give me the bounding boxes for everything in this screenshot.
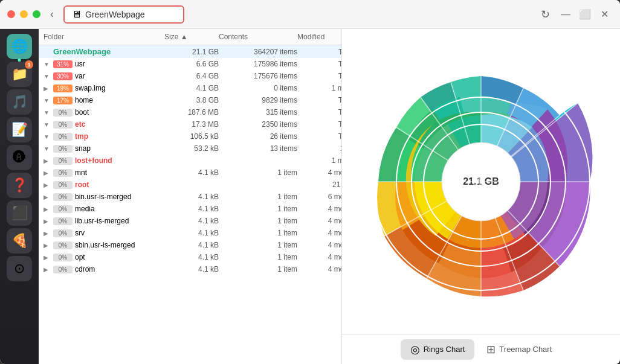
file-name: lost+found bbox=[75, 156, 112, 165]
table-row[interactable]: GreenWebpage21.1 GB364207 itemsToday bbox=[39, 45, 341, 58]
contents-cell: 1 item bbox=[219, 205, 297, 213]
file-header: Folder Size ▲ Contents Modified bbox=[39, 29, 341, 45]
expand-arrow[interactable]: ▶ bbox=[44, 218, 51, 225]
reload-button[interactable]: ↻ bbox=[538, 5, 552, 24]
expand-arrow[interactable]: ▼ bbox=[44, 109, 51, 116]
titlebar: ‹ 🖥 GreenWebpage ↻ — ⬜ ✕ bbox=[0, 0, 620, 29]
main-content: 🌐📁1🎵📝🅐❓⬛🍕⊙ Folder Size ▲ Contents Modifi… bbox=[0, 29, 620, 364]
size-cell: 4.1 kB bbox=[164, 193, 219, 201]
table-row[interactable]: ▶0%srv4.1 kB1 item4 months bbox=[39, 227, 341, 239]
percent-badge: 0% bbox=[53, 121, 73, 129]
win-minimize-button[interactable]: — bbox=[557, 6, 574, 23]
sidebar: 🌐📁1🎵📝🅐❓⬛🍕⊙ bbox=[0, 29, 39, 364]
win-close-button[interactable]: ✕ bbox=[596, 6, 613, 23]
expand-arrow[interactable]: ▶ bbox=[44, 254, 51, 261]
pie-icon[interactable]: 🍕 bbox=[7, 228, 32, 254]
table-row[interactable]: ▼0%etc17.3 MB2350 itemsToday bbox=[39, 118, 341, 130]
expand-arrow[interactable]: ▼ bbox=[44, 97, 51, 104]
contents-cell: 315 items bbox=[219, 108, 297, 117]
expand-arrow[interactable]: ▶ bbox=[44, 242, 51, 249]
expand-arrow[interactable]: ▼ bbox=[44, 121, 51, 128]
modified-cell: 4 months bbox=[297, 168, 341, 177]
size-cell: 3.8 GB bbox=[164, 96, 219, 104]
table-row[interactable]: ▼0%boot187.6 MB315 itemsToday bbox=[39, 106, 341, 118]
close-button[interactable] bbox=[7, 10, 15, 18]
percent-badge: 17% bbox=[53, 97, 73, 104]
win-maximize-button[interactable]: ⬜ bbox=[576, 6, 593, 23]
percent-badge: 0% bbox=[53, 266, 73, 273]
table-row[interactable]: ▶0%lost+found1 month bbox=[39, 155, 341, 167]
table-row[interactable]: ▶0%sbin.usr-is-merged4.1 kB1 item4 month… bbox=[39, 239, 341, 251]
file-name: cdrom bbox=[75, 265, 95, 273]
expand-arrow[interactable]: ▶ bbox=[44, 170, 51, 176]
modified-cell: 1 month bbox=[297, 156, 341, 165]
file-name: lib.usr-is-merged bbox=[75, 217, 129, 225]
modified-cell: 6 months bbox=[297, 193, 341, 201]
writer-icon[interactable]: 📝 bbox=[7, 117, 32, 142]
expand-arrow[interactable]: ▶ bbox=[44, 182, 51, 188]
table-row[interactable]: ▶19%swap.img4.1 GB0 items1 month bbox=[39, 82, 341, 94]
contents-cell: 13 items bbox=[219, 144, 297, 153]
folder-icon[interactable]: 📁1 bbox=[7, 62, 32, 87]
file-name: opt bbox=[75, 253, 85, 261]
maximize-button[interactable] bbox=[33, 10, 40, 18]
modified-cell: Today bbox=[297, 108, 341, 117]
percent-badge: 0% bbox=[53, 169, 73, 177]
table-row[interactable]: ▶0%bin.usr-is-merged4.1 kB1 item6 months bbox=[39, 191, 341, 203]
ubuntu-icon[interactable]: ⊙ bbox=[7, 256, 32, 281]
terminal-icon[interactable]: ⬛ bbox=[7, 200, 32, 226]
modified-cell: 4 months bbox=[297, 241, 341, 249]
size-cell: 4.1 kB bbox=[164, 168, 219, 177]
file-name: GreenWebpage bbox=[53, 47, 111, 56]
back-button[interactable]: ‹ bbox=[45, 5, 59, 23]
modified-cell: 4 months bbox=[297, 205, 341, 213]
size-cell: 4.1 kB bbox=[164, 265, 219, 273]
table-row[interactable]: ▼0%snap53.2 kB13 items1 day bbox=[39, 142, 341, 155]
percent-badge: 0% bbox=[53, 193, 73, 201]
appstore-icon[interactable]: 🅐 bbox=[7, 145, 32, 170]
table-row[interactable]: ▶0%root21 days bbox=[39, 179, 341, 191]
modified-cell: Today bbox=[297, 120, 341, 129]
expand-arrow[interactable]: ▼ bbox=[44, 145, 51, 152]
table-row[interactable]: ▶0%media4.1 kB1 item4 months bbox=[39, 203, 341, 215]
treemap-chart-tab[interactable]: ⊞ Treemap Chart bbox=[477, 339, 561, 360]
percent-badge: 30% bbox=[53, 72, 73, 80]
rings-chart-tab[interactable]: ◎ Rings Chart bbox=[401, 339, 475, 360]
header-size[interactable]: Size ▲ bbox=[164, 33, 219, 41]
expand-arrow[interactable]: ▶ bbox=[44, 158, 51, 164]
size-cell: 4.1 kB bbox=[164, 253, 219, 261]
size-cell: 4.1 GB bbox=[164, 84, 219, 92]
expand-arrow[interactable]: ▶ bbox=[44, 194, 51, 200]
modified-cell: Today bbox=[297, 60, 341, 68]
address-icon: 🖥 bbox=[72, 9, 82, 20]
minimize-button[interactable] bbox=[20, 10, 28, 18]
expand-arrow[interactable]: ▶ bbox=[44, 206, 51, 212]
size-cell: 106.5 kB bbox=[164, 132, 219, 141]
contents-cell: 364207 items bbox=[219, 48, 297, 56]
table-row[interactable]: ▶0%mnt4.1 kB1 item4 months bbox=[39, 167, 341, 179]
table-row[interactable]: ▶0%opt4.1 kB1 item4 months bbox=[39, 251, 341, 263]
treemap-icon: ⊞ bbox=[486, 343, 496, 356]
contents-cell: 26 items bbox=[219, 132, 297, 141]
table-row[interactable]: ▶0%cdrom4.1 kB1 item4 months bbox=[39, 263, 341, 275]
contents-cell: 0 items bbox=[219, 84, 297, 92]
expand-arrow[interactable]: ▼ bbox=[44, 133, 51, 140]
file-name: snap bbox=[75, 144, 91, 153]
expand-arrow[interactable]: ▼ bbox=[44, 73, 51, 80]
percent-badge: 0% bbox=[53, 254, 73, 261]
expand-arrow[interactable]: ▼ bbox=[44, 61, 51, 68]
expand-arrow[interactable]: ▶ bbox=[44, 266, 51, 273]
app-window: ‹ 🖥 GreenWebpage ↻ — ⬜ ✕ 🌐📁1🎵📝🅐❓⬛🍕⊙ Fold… bbox=[0, 0, 620, 364]
percent-badge: 0% bbox=[53, 205, 73, 213]
size-cell: 6.6 GB bbox=[164, 60, 219, 68]
table-row[interactable]: ▼30%var6.4 GB175676 itemsToday bbox=[39, 70, 341, 82]
table-row[interactable]: ▼0%tmp106.5 kB26 itemsToday bbox=[39, 130, 341, 142]
table-row[interactable]: ▶0%lib.usr-is-merged4.1 kB1 item4 months bbox=[39, 215, 341, 227]
vinyl-icon[interactable]: 🎵 bbox=[7, 89, 32, 115]
help-icon[interactable]: ❓ bbox=[7, 173, 32, 198]
world-icon[interactable]: 🌐 bbox=[7, 34, 32, 59]
expand-arrow[interactable]: ▶ bbox=[44, 85, 51, 92]
table-row[interactable]: ▼17%home3.8 GB9829 itemsToday bbox=[39, 94, 341, 106]
table-row[interactable]: ▼31%usr6.6 GB175986 itemsToday bbox=[39, 58, 341, 70]
expand-arrow[interactable]: ▶ bbox=[44, 230, 51, 237]
